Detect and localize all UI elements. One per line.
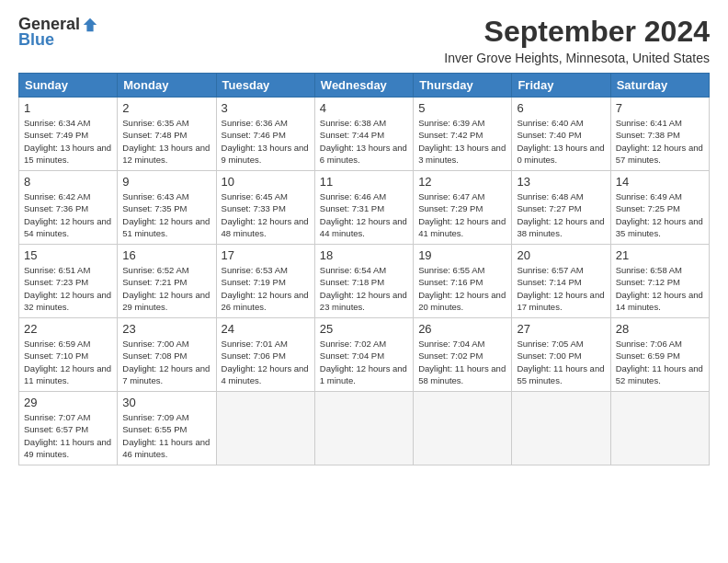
empty-cell bbox=[610, 392, 709, 465]
day-cell-16: 16 Sunrise: 6:52 AMSunset: 7:21 PMDaylig… bbox=[118, 245, 216, 318]
day-cell-28: 28 Sunrise: 7:06 AMSunset: 6:59 PMDaylig… bbox=[610, 318, 709, 392]
day-number: 28 bbox=[616, 322, 704, 336]
day-info: Sunrise: 6:58 AMSunset: 7:12 PMDaylight:… bbox=[616, 265, 703, 312]
day-number: 18 bbox=[320, 248, 408, 262]
day-cell-19: 19 Sunrise: 6:55 AMSunset: 7:16 PMDaylig… bbox=[414, 245, 512, 318]
day-cell-7: 7 Sunrise: 6:41 AMSunset: 7:38 PMDayligh… bbox=[610, 98, 709, 171]
day-cell-10: 10 Sunrise: 6:45 AMSunset: 7:33 PMDaylig… bbox=[216, 171, 314, 245]
day-cell-1: 1 Sunrise: 6:34 AMSunset: 7:49 PMDayligh… bbox=[19, 98, 118, 171]
day-cell-29: 29 Sunrise: 7:07 AMSunset: 6:57 PMDaylig… bbox=[19, 392, 118, 465]
day-info: Sunrise: 7:02 AMSunset: 7:04 PMDaylight:… bbox=[320, 339, 407, 385]
day-number: 9 bbox=[122, 175, 210, 189]
day-info: Sunrise: 6:41 AMSunset: 7:38 PMDaylight:… bbox=[616, 118, 703, 165]
week-row-5: 29 Sunrise: 7:07 AMSunset: 6:57 PMDaylig… bbox=[19, 392, 710, 465]
day-number: 10 bbox=[222, 175, 310, 189]
day-number: 27 bbox=[517, 322, 605, 336]
svg-marker-0 bbox=[84, 17, 97, 30]
day-number: 30 bbox=[122, 396, 210, 409]
day-cell-15: 15 Sunrise: 6:51 AMSunset: 7:23 PMDaylig… bbox=[19, 245, 118, 318]
weekday-header-tuesday: Tuesday bbox=[216, 74, 314, 98]
day-info: Sunrise: 6:40 AMSunset: 7:40 PMDaylight:… bbox=[517, 118, 604, 165]
day-info: Sunrise: 6:47 AMSunset: 7:29 PMDaylight:… bbox=[418, 191, 506, 238]
day-cell-21: 21 Sunrise: 6:58 AMSunset: 7:12 PMDaylig… bbox=[610, 245, 709, 318]
day-number: 26 bbox=[418, 322, 506, 336]
day-cell-24: 24 Sunrise: 7:01 AMSunset: 7:06 PMDaylig… bbox=[216, 318, 314, 392]
day-number: 11 bbox=[320, 175, 408, 189]
logo-blue: Blue bbox=[18, 30, 54, 50]
day-number: 17 bbox=[222, 248, 310, 262]
day-number: 7 bbox=[616, 101, 704, 115]
day-number: 22 bbox=[24, 322, 112, 336]
week-row-3: 15 Sunrise: 6:51 AMSunset: 7:23 PMDaylig… bbox=[19, 245, 710, 318]
day-cell-8: 8 Sunrise: 6:42 AMSunset: 7:36 PMDayligh… bbox=[19, 171, 118, 245]
month-title: September 2024 bbox=[444, 15, 710, 49]
day-cell-25: 25 Sunrise: 7:02 AMSunset: 7:04 PMDaylig… bbox=[314, 318, 413, 392]
day-info: Sunrise: 6:42 AMSunset: 7:36 PMDaylight:… bbox=[24, 191, 111, 238]
day-number: 29 bbox=[24, 396, 112, 409]
day-cell-23: 23 Sunrise: 7:00 AMSunset: 7:08 PMDaylig… bbox=[118, 318, 216, 392]
day-cell-12: 12 Sunrise: 6:47 AMSunset: 7:29 PMDaylig… bbox=[414, 171, 512, 245]
day-number: 21 bbox=[616, 248, 704, 262]
logo-icon bbox=[82, 17, 98, 33]
day-number: 23 bbox=[122, 322, 210, 336]
day-cell-17: 17 Sunrise: 6:53 AMSunset: 7:19 PMDaylig… bbox=[216, 245, 314, 318]
day-info: Sunrise: 6:43 AMSunset: 7:35 PMDaylight:… bbox=[122, 191, 210, 238]
day-number: 2 bbox=[122, 101, 210, 115]
empty-cell bbox=[414, 392, 512, 465]
week-row-4: 22 Sunrise: 6:59 AMSunset: 7:10 PMDaylig… bbox=[19, 318, 710, 392]
location: Inver Grove Heights, Minnesota, United S… bbox=[444, 51, 710, 65]
day-number: 15 bbox=[24, 248, 112, 262]
day-info: Sunrise: 6:55 AMSunset: 7:16 PMDaylight:… bbox=[418, 265, 506, 312]
empty-cell bbox=[314, 392, 413, 465]
day-cell-11: 11 Sunrise: 6:46 AMSunset: 7:31 PMDaylig… bbox=[314, 171, 413, 245]
day-number: 16 bbox=[122, 248, 210, 262]
logo: General Blue bbox=[18, 15, 98, 50]
day-cell-4: 4 Sunrise: 6:38 AMSunset: 7:44 PMDayligh… bbox=[314, 98, 413, 171]
day-cell-18: 18 Sunrise: 6:54 AMSunset: 7:18 PMDaylig… bbox=[314, 245, 413, 318]
day-number: 13 bbox=[517, 175, 605, 189]
day-cell-3: 3 Sunrise: 6:36 AMSunset: 7:46 PMDayligh… bbox=[216, 98, 314, 171]
day-number: 3 bbox=[222, 101, 310, 115]
day-number: 8 bbox=[24, 175, 112, 189]
day-info: Sunrise: 6:38 AMSunset: 7:44 PMDaylight:… bbox=[320, 118, 407, 165]
day-info: Sunrise: 7:00 AMSunset: 7:08 PMDaylight:… bbox=[122, 339, 210, 385]
day-info: Sunrise: 6:57 AMSunset: 7:14 PMDaylight:… bbox=[517, 265, 604, 312]
empty-cell bbox=[216, 392, 314, 465]
weekday-header-row: SundayMondayTuesdayWednesdayThursdayFrid… bbox=[19, 74, 710, 98]
day-info: Sunrise: 6:39 AMSunset: 7:42 PMDaylight:… bbox=[418, 118, 506, 165]
weekday-header-monday: Monday bbox=[118, 74, 216, 98]
day-info: Sunrise: 6:49 AMSunset: 7:25 PMDaylight:… bbox=[616, 191, 703, 238]
day-info: Sunrise: 6:54 AMSunset: 7:18 PMDaylight:… bbox=[320, 265, 407, 312]
day-number: 5 bbox=[418, 101, 506, 115]
day-info: Sunrise: 6:46 AMSunset: 7:31 PMDaylight:… bbox=[320, 191, 407, 238]
day-number: 14 bbox=[616, 175, 704, 189]
empty-cell bbox=[512, 392, 610, 465]
day-number: 24 bbox=[222, 322, 310, 336]
day-cell-26: 26 Sunrise: 7:04 AMSunset: 7:02 PMDaylig… bbox=[414, 318, 512, 392]
day-info: Sunrise: 6:52 AMSunset: 7:21 PMDaylight:… bbox=[122, 265, 210, 312]
day-info: Sunrise: 7:05 AMSunset: 7:00 PMDaylight:… bbox=[517, 339, 604, 385]
week-row-1: 1 Sunrise: 6:34 AMSunset: 7:49 PMDayligh… bbox=[19, 98, 710, 171]
title-area: September 2024 Inver Grove Heights, Minn… bbox=[444, 15, 710, 65]
day-cell-14: 14 Sunrise: 6:49 AMSunset: 7:25 PMDaylig… bbox=[610, 171, 709, 245]
day-info: Sunrise: 6:36 AMSunset: 7:46 PMDaylight:… bbox=[222, 118, 309, 165]
header: General Blue September 2024 Inver Grove … bbox=[18, 15, 710, 65]
day-cell-20: 20 Sunrise: 6:57 AMSunset: 7:14 PMDaylig… bbox=[512, 245, 610, 318]
day-info: Sunrise: 7:09 AMSunset: 6:55 PMDaylight:… bbox=[122, 412, 210, 459]
day-cell-22: 22 Sunrise: 6:59 AMSunset: 7:10 PMDaylig… bbox=[19, 318, 118, 392]
day-cell-30: 30 Sunrise: 7:09 AMSunset: 6:55 PMDaylig… bbox=[118, 392, 216, 465]
day-info: Sunrise: 6:45 AMSunset: 7:33 PMDaylight:… bbox=[222, 191, 309, 238]
weekday-header-saturday: Saturday bbox=[610, 74, 709, 98]
day-cell-13: 13 Sunrise: 6:48 AMSunset: 7:27 PMDaylig… bbox=[512, 171, 610, 245]
day-number: 20 bbox=[517, 248, 605, 262]
day-number: 6 bbox=[517, 101, 605, 115]
day-cell-9: 9 Sunrise: 6:43 AMSunset: 7:35 PMDayligh… bbox=[118, 171, 216, 245]
day-cell-5: 5 Sunrise: 6:39 AMSunset: 7:42 PMDayligh… bbox=[414, 98, 512, 171]
day-cell-2: 2 Sunrise: 6:35 AMSunset: 7:48 PMDayligh… bbox=[118, 98, 216, 171]
day-number: 1 bbox=[24, 101, 112, 115]
week-row-2: 8 Sunrise: 6:42 AMSunset: 7:36 PMDayligh… bbox=[19, 171, 710, 245]
weekday-header-wednesday: Wednesday bbox=[314, 74, 413, 98]
day-number: 25 bbox=[320, 322, 408, 336]
day-info: Sunrise: 6:35 AMSunset: 7:48 PMDaylight:… bbox=[122, 118, 210, 165]
day-number: 19 bbox=[418, 248, 506, 262]
